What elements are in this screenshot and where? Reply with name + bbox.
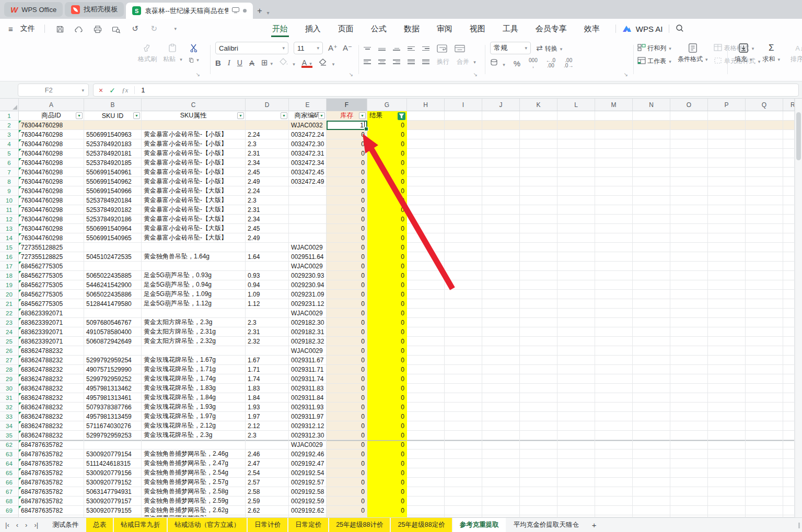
number-format-select[interactable]: 常规▾ xyxy=(490,42,531,54)
cell-G7[interactable]: 0 xyxy=(367,168,407,177)
cell-C33[interactable]: 黄金玫瑰花牌吊坠，1.97g xyxy=(142,412,246,421)
conditional-format-button[interactable]: 条件格式▾ xyxy=(678,43,708,77)
cell-R9[interactable] xyxy=(783,186,795,196)
cell-F12[interactable]: 0 xyxy=(327,215,367,224)
cell-E35[interactable]: 0029312.30 xyxy=(289,431,327,440)
header-cell-J1[interactable] xyxy=(482,111,520,121)
cell-A23[interactable]: 683623392071 xyxy=(19,318,84,327)
cell-B2[interactable] xyxy=(84,121,142,130)
cell-E29[interactable]: 0029311.74 xyxy=(289,374,327,384)
name-box-chevron-icon[interactable]: ▾ xyxy=(82,88,84,93)
row-header-25[interactable]: 25 xyxy=(0,337,19,346)
cell-O34[interactable] xyxy=(670,421,708,431)
cell-G19[interactable]: 0 xyxy=(367,280,407,290)
cell-L26[interactable] xyxy=(557,346,595,356)
column-header-L[interactable]: L xyxy=(557,99,595,111)
cell-O4[interactable] xyxy=(670,139,708,149)
cell-G33[interactable]: 0 xyxy=(367,412,407,421)
cell-J19[interactable] xyxy=(482,280,520,290)
cell-I9[interactable] xyxy=(445,186,482,196)
cell-A5[interactable]: 763044760298 xyxy=(19,149,84,158)
cell-H19[interactable] xyxy=(407,280,445,290)
quick-access-chevron-icon[interactable]: ▾ xyxy=(170,26,181,31)
cell-O67[interactable] xyxy=(670,487,708,496)
cell-H62[interactable] xyxy=(407,440,445,450)
cell-I69[interactable] xyxy=(445,506,482,515)
cell-E63[interactable]: 0029192.46 xyxy=(289,450,327,459)
cell-L12[interactable] xyxy=(557,215,595,224)
row-header-20[interactable]: 20 xyxy=(0,290,19,299)
header-cell-K1[interactable] xyxy=(520,111,557,121)
cell-P26[interactable] xyxy=(708,346,746,356)
cell-I24[interactable] xyxy=(445,327,482,337)
row-header-18[interactable]: 18 xyxy=(0,271,19,280)
cell-O16[interactable] xyxy=(670,252,708,262)
cell-K31[interactable] xyxy=(520,393,557,403)
cell-E5[interactable]: 0032472.31 xyxy=(289,149,327,158)
cell-Q18[interactable] xyxy=(746,271,783,280)
cell-G26[interactable]: 0 xyxy=(367,346,407,356)
cell-A15[interactable]: 727355128825 xyxy=(19,243,84,252)
cell-K5[interactable] xyxy=(520,149,557,158)
cell-M22[interactable] xyxy=(595,309,633,318)
cell-L19[interactable] xyxy=(557,280,595,290)
header-cell-B1[interactable]: SKU ID▼ xyxy=(84,111,142,121)
redo-icon[interactable]: ↻ xyxy=(148,24,160,33)
row-header-12[interactable]: 12 xyxy=(0,215,19,224)
header-cell-G1[interactable]: 结果 xyxy=(367,111,407,121)
cell-G68[interactable]: 0 xyxy=(367,496,407,506)
font-color-button[interactable]: A▾ xyxy=(302,58,312,67)
align-top-icon[interactable] xyxy=(364,47,371,51)
cell-F8[interactable]: 0 xyxy=(327,177,367,186)
sheet-tab-日常计价[interactable]: 日常计价 xyxy=(248,518,287,532)
cell-O68[interactable] xyxy=(670,496,708,506)
cell-A67[interactable]: 684787635782 xyxy=(19,487,84,496)
column-header-M[interactable]: M xyxy=(595,99,633,111)
fill-button[interactable]: 填充▾ xyxy=(735,43,752,77)
cell-A68[interactable]: 684787635782 xyxy=(19,496,84,506)
cell-P62[interactable] xyxy=(708,440,746,450)
cell-M66[interactable] xyxy=(595,478,633,487)
row-header-31[interactable]: 31 xyxy=(0,393,19,403)
cell-I30[interactable] xyxy=(445,384,482,393)
cell-R6[interactable] xyxy=(783,158,795,168)
cell-M24[interactable] xyxy=(595,327,633,337)
cell-I19[interactable] xyxy=(445,280,482,290)
cell-D64[interactable]: 2.47 xyxy=(246,459,289,468)
cell-I20[interactable] xyxy=(445,290,482,299)
cell-R67[interactable] xyxy=(783,487,795,496)
cell-A4[interactable]: 763044760298 xyxy=(19,139,84,149)
cell-H9[interactable] xyxy=(407,186,445,196)
cell-O24[interactable] xyxy=(670,327,708,337)
cell-O17[interactable] xyxy=(670,262,708,271)
cell-L9[interactable] xyxy=(557,186,595,196)
cell-I68[interactable] xyxy=(445,496,482,506)
cell-C28[interactable]: 黄金玫瑰花牌吊坠，1.71g xyxy=(142,365,246,374)
cell-O8[interactable] xyxy=(670,177,708,186)
cell-P69[interactable] xyxy=(708,506,746,515)
cell-P3[interactable] xyxy=(708,130,746,139)
cell-F66[interactable]: 0 xyxy=(327,478,367,487)
cell-C29[interactable]: 黄金玫瑰花牌吊坠，1.74g xyxy=(142,374,246,384)
column-header-N[interactable]: N xyxy=(633,99,670,111)
cell-O27[interactable] xyxy=(670,356,708,365)
justify-icon[interactable] xyxy=(408,60,415,64)
cell-H7[interactable] xyxy=(407,168,445,177)
cell-R65[interactable] xyxy=(783,468,795,478)
cell-J4[interactable] xyxy=(482,139,520,149)
cell-G64[interactable]: 0 xyxy=(367,459,407,468)
cell-G22[interactable]: 0 xyxy=(367,309,407,318)
filter-button-A[interactable]: ▼ xyxy=(76,112,83,119)
cell-L62[interactable] xyxy=(557,440,595,450)
cell-M7[interactable] xyxy=(595,168,633,177)
cell-K23[interactable] xyxy=(520,318,557,327)
row-header-1[interactable]: 1 xyxy=(0,111,19,121)
cell-N2[interactable] xyxy=(633,121,670,130)
cell-O20[interactable] xyxy=(670,290,708,299)
cell-B11[interactable]: 5253784920182 xyxy=(84,205,142,215)
cell-O6[interactable] xyxy=(670,158,708,168)
cell-L21[interactable] xyxy=(557,299,595,309)
cell-L32[interactable] xyxy=(557,403,595,412)
cell-Q15[interactable] xyxy=(746,243,783,252)
cell-M16[interactable] xyxy=(595,252,633,262)
